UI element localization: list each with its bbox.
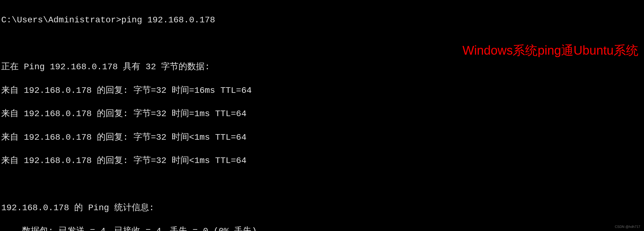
ping-stats-packets: 数据包: 已发送 = 4，已接收 = 4，丢失 = 0 (0% 丢失)，	[1, 225, 643, 231]
ping-stats-header: 192.168.0.178 的 Ping 统计信息:	[1, 202, 643, 214]
terminal-output[interactable]: C:\Users\Administrator>ping 192.168.0.17…	[1, 2, 643, 231]
command-text: ping 192.168.0.178	[121, 15, 215, 25]
ping-header: 正在 Ping 192.168.0.178 具有 32 字节的数据:	[1, 61, 643, 73]
annotation-text: Windows系统ping通Ubuntu系统	[462, 42, 638, 59]
ping-reply-line: 来自 192.168.0.178 的回复: 字节=32 时间<1ms TTL=6…	[1, 155, 643, 167]
ping-reply-line: 来自 192.168.0.178 的回复: 字节=32 时间<1ms TTL=6…	[1, 132, 643, 143]
ping-reply-line: 来自 192.168.0.178 的回复: 字节=32 时间=1ms TTL=6…	[1, 108, 643, 120]
blank-line	[1, 179, 643, 190]
prompt-path: C:\Users\Administrator>	[1, 15, 121, 25]
ping-reply-line: 来自 192.168.0.178 的回复: 字节=32 时间=16ms TTL=…	[1, 85, 643, 97]
watermark-text: CSDN @hdh717	[615, 224, 640, 229]
command-line: C:\Users\Administrator>ping 192.168.0.17…	[1, 14, 643, 26]
